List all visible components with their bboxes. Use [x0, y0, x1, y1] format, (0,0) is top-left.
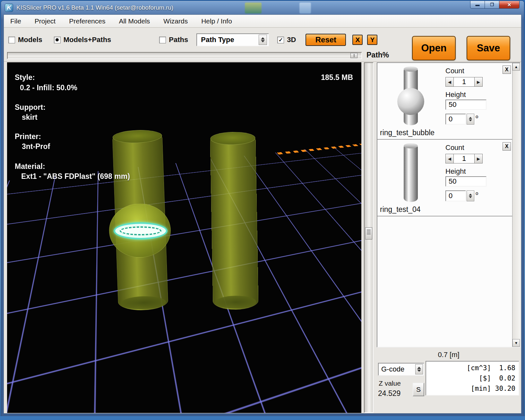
path-percent-slider-handle[interactable]: [350, 53, 357, 58]
filament-length: 0.7 [m]: [377, 349, 521, 359]
s-button[interactable]: S: [413, 383, 424, 396]
height-label: Height: [445, 91, 466, 99]
model-list: Count X ◀ 1 ▶ Height 50 0: [377, 62, 521, 347]
save-button[interactable]: Save: [467, 36, 510, 60]
rotation-spinner[interactable]: [467, 190, 474, 201]
radio-models-paths-label: Models+Paths: [64, 36, 111, 44]
titlebar-glass-artifact: [299, 3, 311, 13]
window-title: KISSlicer PRO v1.6 Beta 1.1 Win64 (setar…: [16, 4, 173, 11]
stat-cost: [$] 0.02: [426, 373, 515, 383]
menu-all-models[interactable]: All Models: [119, 17, 150, 25]
radio-paths[interactable]: Paths: [159, 36, 188, 44]
z-layer-slider-handle[interactable]: [365, 227, 372, 240]
panel-footer: 0.7 [m] G-code [cm^3] 1.68 [$] 0.02 [min…: [377, 349, 521, 413]
count-label: Count: [445, 67, 464, 75]
main-area: Style: 0.2 - Infill: 50.0% Support: skir…: [4, 62, 521, 413]
model-card-ring-test-04[interactable]: Count X ◀ 1 ▶ Height 50 0: [377, 140, 513, 216]
spinner-down-icon[interactable]: [261, 40, 265, 42]
close-button[interactable]: ✕: [499, 1, 520, 9]
radio-models-paths-box[interactable]: [54, 37, 61, 43]
model-thumbnail: [404, 144, 418, 202]
rotation-field[interactable]: 0: [445, 114, 466, 125]
material-label: Material:: [15, 162, 45, 171]
menu-help-info[interactable]: Help / Info: [201, 17, 232, 25]
app-icon: K: [5, 4, 13, 12]
scroll-up-icon[interactable]: ▲: [512, 63, 520, 71]
reset-button[interactable]: Reset: [306, 34, 346, 46]
count-stepper[interactable]: ◀ 1 ▶: [445, 77, 483, 87]
radio-models-label: Models: [18, 36, 42, 44]
model-list-scrollbar[interactable]: ▲ ▼: [512, 63, 520, 347]
spinner-up-icon[interactable]: [469, 117, 472, 119]
z-value: 24.529: [378, 389, 400, 398]
count-decrement-icon[interactable]: ◀: [445, 154, 454, 163]
radio-models-box[interactable]: [8, 37, 15, 43]
path-type-select[interactable]: Path Type: [196, 33, 269, 46]
height-field[interactable]: 50: [445, 100, 486, 110]
spinner-down-icon[interactable]: [469, 196, 472, 198]
support-value: skirt: [22, 113, 38, 122]
print-stats: [cm^3] 1.68 [$] 0.02 [min] 30.20: [426, 361, 519, 396]
count-increment-icon[interactable]: ▶: [474, 154, 483, 163]
material-value: Ext1 - "ABS FDPlast" (698 mm): [21, 172, 130, 181]
path-type-label: Path Type: [201, 36, 234, 44]
radio-models[interactable]: Models: [8, 36, 42, 44]
count-value: 1: [454, 77, 474, 87]
style-label: Style:: [15, 73, 35, 82]
app-window: K KISSlicer PRO v1.6 Beta 1.1 Win64 (set…: [1, 1, 524, 416]
sliced-ring-path: [114, 222, 168, 240]
height-label: Height: [445, 167, 466, 176]
x-axis-button[interactable]: X: [352, 35, 363, 45]
viewport-3d[interactable]: Style: 0.2 - Infill: 50.0% Support: skir…: [7, 62, 361, 413]
checkbox-3d-box[interactable]: ✓: [277, 37, 284, 43]
count-increment-icon[interactable]: ▶: [474, 77, 483, 87]
radio-paths-box[interactable]: [159, 37, 166, 43]
maximize-button[interactable]: ❐: [485, 1, 499, 9]
spinner-down-icon[interactable]: [417, 370, 421, 372]
count-label: Count: [445, 144, 464, 152]
model-name: ring_test_bubble: [380, 128, 435, 137]
window-body: File Project Preferences All Models Wiza…: [4, 14, 521, 414]
checkbox-3d[interactable]: ✓ 3D: [277, 36, 296, 44]
open-button[interactable]: Open: [412, 36, 456, 60]
printer-value: 3nt-Prof: [22, 142, 50, 151]
count-decrement-icon[interactable]: ◀: [445, 77, 454, 87]
menu-wizards[interactable]: Wizards: [163, 17, 188, 25]
menubar: File Project Preferences All Models Wiza…: [4, 15, 521, 28]
menu-project[interactable]: Project: [35, 17, 56, 25]
stat-volume: [cm^3] 1.68: [426, 363, 515, 373]
spinner-up-icon[interactable]: [469, 194, 472, 196]
control-header: Models Models+Paths Paths Path Type: [4, 28, 521, 62]
path-percent-slider[interactable]: [7, 52, 362, 59]
path-percent-label: Path%: [366, 51, 389, 59]
count-stepper[interactable]: ◀ 1 ▶: [445, 154, 483, 163]
spinner-down-icon[interactable]: [469, 119, 472, 121]
path-type-spinner[interactable]: [259, 35, 267, 45]
gcode-spinner[interactable]: [415, 364, 423, 374]
support-label: Support:: [15, 103, 46, 112]
height-field[interactable]: 50: [445, 176, 486, 187]
stat-time: [min] 30.20: [426, 383, 515, 394]
menu-preferences[interactable]: Preferences: [69, 17, 105, 25]
rotation-field[interactable]: 0: [445, 190, 466, 201]
z-layer-slider[interactable]: [364, 62, 374, 413]
remove-model-button[interactable]: X: [503, 66, 511, 74]
titlebar[interactable]: K KISSlicer PRO v1.6 Beta 1.1 Win64 (set…: [1, 1, 524, 14]
menu-file[interactable]: File: [10, 17, 21, 25]
style-value: 0.2 - Infill: 50.0%: [20, 83, 77, 92]
y-axis-button[interactable]: Y: [367, 35, 377, 45]
scroll-down-icon[interactable]: ▼: [512, 339, 520, 347]
spinner-up-icon[interactable]: [417, 367, 421, 369]
remove-model-button[interactable]: X: [503, 142, 511, 151]
minimize-button[interactable]: ▬: [470, 1, 485, 9]
spinner-up-icon[interactable]: [261, 37, 265, 39]
model-card-ring-test-bubble[interactable]: Count X ◀ 1 ▶ Height 50 0: [377, 63, 513, 140]
titlebar-glass-artifact: [245, 3, 262, 13]
radio-models-paths[interactable]: Models+Paths: [54, 36, 111, 44]
rotation-spinner[interactable]: [467, 114, 474, 125]
gcode-label: G-code: [381, 365, 404, 373]
memory-usage: 185.5 MB: [321, 73, 353, 82]
count-value: 1: [454, 154, 474, 163]
model-ring-test-04-mesh[interactable]: [210, 132, 259, 310]
gcode-select[interactable]: G-code: [378, 363, 424, 376]
